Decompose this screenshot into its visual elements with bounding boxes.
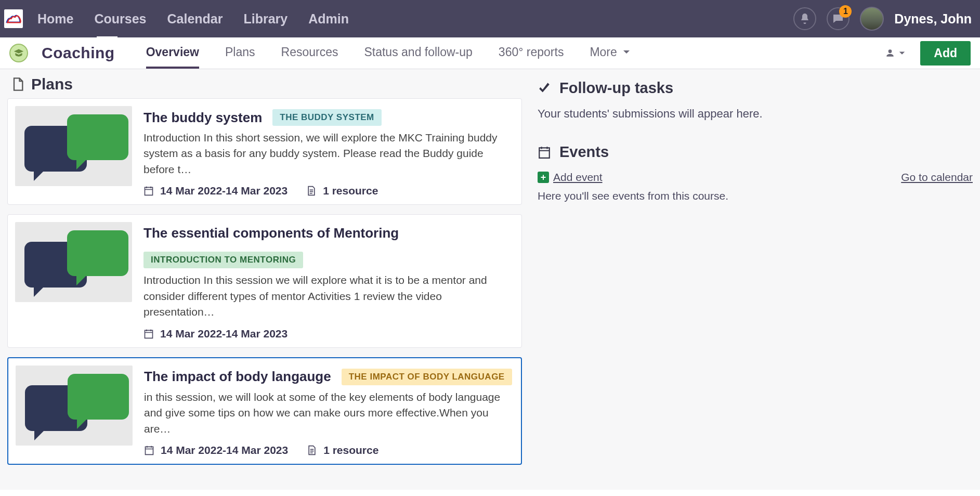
graduation-cap-icon (14, 48, 24, 58)
app-logo[interactable] (4, 9, 23, 28)
plans-heading: Plans (10, 75, 522, 93)
tab-overview[interactable]: Overview (146, 37, 199, 69)
plan-title: The buddy system (143, 110, 262, 126)
plan-body: The buddy system THE BUDDY SYSTEM Introd… (143, 106, 514, 197)
plan-resources: 1 resource (307, 444, 378, 456)
tab-more[interactable]: More (590, 37, 630, 69)
plans-column: Plans The buddy system THE BUDDY SYSTEM … (7, 73, 522, 474)
plan-dates: 14 Mar 2022-14 Mar 2023 (143, 185, 288, 197)
top-navigation: Home Courses Calendar Library Admin 1 Dy… (0, 0, 980, 37)
plan-title: The essential components of Mentoring (143, 225, 399, 241)
messages-badge: 1 (839, 5, 852, 18)
plan-tag: THE BUDDY SYSTEM (272, 109, 382, 126)
tab-resources[interactable]: Resources (281, 37, 338, 69)
add-event-label: Add event (553, 171, 603, 184)
plan-card[interactable]: The impact of body langauge THE IMPACT O… (7, 357, 522, 465)
course-title: Coaching (42, 44, 115, 62)
plan-thumbnail (16, 366, 133, 446)
plan-resources: 1 resource (306, 185, 378, 197)
add-event-button[interactable]: + Add event (538, 171, 603, 184)
tab-more-label: More (590, 45, 617, 59)
tab-plans[interactable]: Plans (225, 37, 255, 69)
bell-icon (799, 12, 811, 25)
active-nav-indicator (97, 36, 117, 38)
user-name-label[interactable]: Dynes, John (894, 11, 972, 27)
tab-status[interactable]: Status and follow-up (364, 37, 472, 69)
nav-courses[interactable]: Courses (94, 11, 146, 27)
plan-description: in this session, we will look at some of… (144, 389, 514, 437)
course-tabs: Overview Plans Resources Status and foll… (146, 37, 631, 69)
plan-tag: THE IMPACT OF BODY LANGUAGE (342, 369, 512, 385)
plan-meta: 14 Mar 2022-14 Mar 2023 (143, 328, 514, 340)
tab-360[interactable]: 360° reports (499, 37, 564, 69)
user-filter-dropdown[interactable] (885, 48, 906, 58)
followup-heading: Follow-up tasks (538, 80, 973, 97)
topbar-right: 1 Dynes, John (793, 7, 972, 31)
calendar-icon (538, 146, 551, 159)
plan-body: The essential components of Mentoring IN… (143, 222, 514, 340)
plan-date-text: 14 Mar 2022-14 Mar 2023 (160, 185, 288, 197)
followup-heading-text: Follow-up tasks (559, 80, 673, 97)
plan-dates: 14 Mar 2022-14 Mar 2023 (143, 328, 288, 340)
plan-date-text: 14 Mar 2022-14 Mar 2023 (161, 444, 288, 456)
plan-resources-text: 1 resource (323, 185, 378, 197)
go-to-calendar-link[interactable]: Go to calendar (901, 171, 973, 184)
add-button[interactable]: Add (920, 41, 971, 66)
main-content: Plans The buddy system THE BUDDY SYSTEM … (0, 69, 980, 490)
plan-date-text: 14 Mar 2022-14 Mar 2023 (160, 328, 288, 340)
nav-admin[interactable]: Admin (308, 11, 349, 27)
nav-library[interactable]: Library (244, 11, 288, 27)
plan-thumbnail (15, 106, 132, 186)
document-icon (306, 186, 317, 196)
plan-resources-text: 1 resource (323, 444, 378, 456)
plan-tag: INTRODUCTION TO MENTORING (143, 252, 303, 268)
person-icon (885, 48, 895, 58)
plan-body: The impact of body langauge THE IMPACT O… (144, 366, 514, 456)
sidebar-column: Follow-up tasks Your students' submissio… (538, 73, 973, 202)
plans-list: The buddy system THE BUDDY SYSTEM Introd… (7, 98, 522, 465)
plan-description: Introduction In this short session, we w… (143, 130, 514, 177)
plan-card[interactable]: The essential components of Mentoring IN… (7, 214, 522, 347)
events-actions-row: + Add event Go to calendar (538, 171, 973, 184)
calendar-icon (143, 329, 154, 339)
followup-empty-text: Your students' submissions will appear h… (538, 107, 973, 121)
events-heading: Events (538, 143, 973, 161)
document-icon (307, 445, 317, 455)
plan-meta: 14 Mar 2022-14 Mar 2023 1 resource (143, 185, 514, 197)
notifications-bell-button[interactable] (793, 7, 816, 30)
nav-calendar[interactable]: Calendar (167, 11, 223, 27)
plus-icon: + (538, 172, 549, 183)
plan-description: Introduction In this session we will exp… (143, 272, 514, 320)
course-icon (9, 44, 28, 62)
plan-title: The impact of body langauge (144, 369, 331, 385)
subnav-right: Add (885, 41, 971, 66)
events-heading-text: Events (559, 143, 609, 161)
plans-icon (10, 77, 25, 92)
user-avatar[interactable] (860, 7, 884, 31)
check-icon (538, 82, 551, 95)
plan-card[interactable]: The buddy system THE BUDDY SYSTEM Introd… (7, 98, 522, 205)
nav-home[interactable]: Home (37, 11, 73, 27)
plan-meta: 14 Mar 2022-14 Mar 2023 1 resource (144, 444, 514, 456)
plans-heading-text: Plans (31, 75, 73, 93)
calendar-icon (144, 445, 154, 455)
caret-down-icon (898, 49, 906, 57)
calendar-icon (143, 186, 154, 196)
course-subnav: Coaching Overview Plans Resources Status… (0, 37, 980, 69)
primary-nav: Home Courses Calendar Library Admin (37, 11, 349, 27)
plan-dates: 14 Mar 2022-14 Mar 2023 (144, 444, 288, 456)
messages-button[interactable]: 1 (827, 7, 850, 30)
chevron-down-icon (622, 48, 631, 56)
plan-thumbnail (15, 222, 132, 302)
events-empty-text: Here you'll see events from this course. (538, 190, 973, 202)
